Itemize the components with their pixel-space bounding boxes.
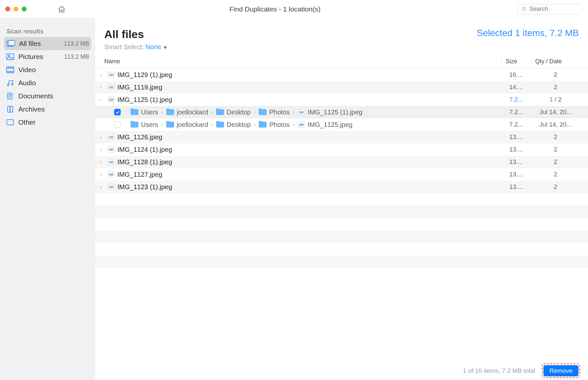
file-size: 13....	[501, 171, 531, 178]
file-thumb-icon	[298, 109, 305, 115]
sidebar-item-size: 113.2 MB	[64, 53, 89, 60]
maximize-window-button[interactable]	[22, 7, 27, 11]
chevron-down-icon: ▼	[163, 45, 168, 50]
sidebar-item-archives[interactable]: Archives	[0, 103, 95, 116]
folder-icon	[166, 122, 174, 128]
search-icon	[521, 7, 527, 12]
table-subrow[interactable]: Users › joellockard › Desktop › Photos ›…	[95, 106, 588, 118]
file-date: Jul 14, 20...	[531, 109, 580, 116]
disclosure-chevron-icon[interactable]: ›	[97, 85, 105, 90]
file-name: IMG_1126.jpeg	[117, 133, 162, 141]
smart-select-value: None	[146, 43, 161, 50]
table-row[interactable]: › IMG_1127.jpeg 13.... 2	[95, 168, 588, 181]
disclosure-chevron-icon[interactable]: ›	[97, 184, 105, 190]
sidebar-item-label: Documents	[18, 92, 53, 100]
table-row[interactable]: › IMG_1125 (1).jpeg 7.2... 1 / 2	[95, 93, 588, 106]
close-window-button[interactable]	[5, 7, 10, 11]
folder-icon	[166, 109, 174, 115]
disclosure-chevron-icon[interactable]: ›	[97, 72, 105, 77]
disclosure-chevron-icon[interactable]: ›	[97, 147, 105, 152]
file-size: 13....	[501, 158, 531, 166]
file-size: 13....	[501, 146, 531, 153]
disclosure-chevron-icon[interactable]: ›	[97, 134, 105, 140]
footer-status: 1 of 16 items, 7.2 MB total	[463, 367, 536, 374]
disclosure-chevron-icon[interactable]: ›	[97, 159, 105, 165]
disclosure-chevron-icon[interactable]: ›	[98, 96, 104, 104]
folder-icon	[131, 109, 138, 115]
sidebar-item-documents[interactable]: Documents	[0, 90, 95, 103]
table-row[interactable]: › IMG_1126.jpeg 13.... 2	[95, 131, 588, 143]
svg-point-0	[522, 7, 525, 10]
file-thumb-icon	[108, 159, 115, 165]
content-pane: All files Selected 1 items, 7.2 MB Smart…	[95, 18, 588, 380]
sidebar-item-other[interactable]: Other	[0, 116, 95, 129]
table-row[interactable]: › IMG_1124 (1).jpeg 13.... 2	[95, 143, 588, 156]
column-name[interactable]: Name	[104, 58, 501, 65]
table-subrow[interactable]: Users › joellockard › Desktop › Photos ›…	[95, 118, 588, 131]
sidebar-item-audio[interactable]: Audio	[0, 76, 95, 90]
column-size[interactable]: Size	[501, 58, 531, 65]
sidebar-item-label: Audio	[18, 79, 36, 87]
smart-select-dropdown[interactable]: None ▼	[146, 43, 168, 50]
table-row[interactable]: › IMG_1129 (1).jpeg 16.... 2	[95, 69, 588, 81]
file-size: 13....	[501, 183, 531, 190]
file-name: IMG_1119.jpeg	[117, 84, 162, 91]
minimize-window-button[interactable]	[13, 7, 18, 11]
empty-rows	[95, 193, 588, 268]
path-segment: Users	[141, 109, 158, 116]
folder-icon	[259, 122, 267, 128]
file-name: IMG_1127.jpeg	[117, 171, 162, 178]
chevron-right-icon: ›	[293, 122, 295, 127]
smart-select: Smart Select: None ▼	[104, 43, 579, 51]
file-name: IMG_1125 (1).jpeg	[117, 96, 172, 104]
path-segment: joellockard	[177, 121, 208, 129]
sidebar-item-all-files[interactable]: All files 113.2 MB	[4, 37, 91, 50]
window-controls	[5, 7, 27, 11]
path-segment: Desktop	[227, 109, 251, 116]
file-size: 16....	[501, 71, 531, 78]
disclosure-chevron-icon[interactable]: ›	[97, 172, 105, 177]
file-size: 14....	[501, 84, 531, 91]
file-date: Jul 14, 20...	[531, 121, 580, 128]
sidebar-item-label: Archives	[18, 105, 45, 113]
table-header: Name Size Qty / Date	[95, 54, 588, 69]
folder-icon	[216, 122, 224, 128]
results-table: Name Size Qty / Date › IMG_1129 (1).jpeg…	[95, 54, 588, 361]
file-thumb-icon	[108, 97, 115, 103]
svg-point-6	[8, 84, 9, 86]
window-title: Find Duplicates - 1 location(s)	[33, 5, 517, 13]
remove-button[interactable]: Remove	[543, 365, 578, 376]
sidebar-heading: Scan results	[0, 25, 95, 37]
remove-highlight: Remove	[542, 364, 580, 378]
path-segment: Users	[141, 121, 158, 129]
search-field[interactable]	[517, 4, 583, 14]
sidebar-item-label: Pictures	[18, 53, 43, 61]
file-thumb-icon	[108, 134, 115, 140]
file-name: IMG_1124 (1).jpeg	[117, 146, 172, 153]
table-row[interactable]: › IMG_1123 (1).jpeg 13.... 2	[95, 181, 588, 193]
file-size: 13....	[501, 133, 531, 141]
file-name: IMG_1129 (1).jpeg	[117, 71, 172, 79]
path-filename: IMG_1125.jpeg	[308, 121, 353, 129]
search-input[interactable]	[529, 6, 578, 12]
checkbox[interactable]	[114, 121, 121, 128]
folder-icon	[259, 109, 267, 115]
smart-select-label: Smart Select:	[104, 43, 144, 50]
file-qty: 2	[531, 84, 580, 91]
table-row[interactable]: › IMG_1128 (1).jpeg 13.... 2	[95, 156, 588, 168]
file-size: 7.2...	[501, 109, 531, 116]
svg-point-4	[8, 55, 10, 56]
file-thumb-icon	[108, 184, 115, 190]
path-segment: joellockard	[177, 109, 208, 116]
sidebar-item-label: Video	[18, 66, 36, 74]
checkbox[interactable]	[114, 109, 121, 115]
titlebar: Find Duplicates - 1 location(s)	[0, 0, 588, 18]
svg-rect-2	[8, 40, 15, 46]
column-qty[interactable]: Qty / Date	[531, 58, 580, 65]
table-row[interactable]: › IMG_1119.jpeg 14.... 2	[95, 81, 588, 93]
path-segment: Photos	[269, 109, 290, 116]
sidebar-item-pictures[interactable]: Pictures 113.2 MB	[0, 50, 95, 63]
documents-icon	[6, 92, 14, 100]
sidebar-item-video[interactable]: Video	[0, 63, 95, 76]
path-filename: IMG_1125 (1).jpeg	[308, 109, 362, 116]
